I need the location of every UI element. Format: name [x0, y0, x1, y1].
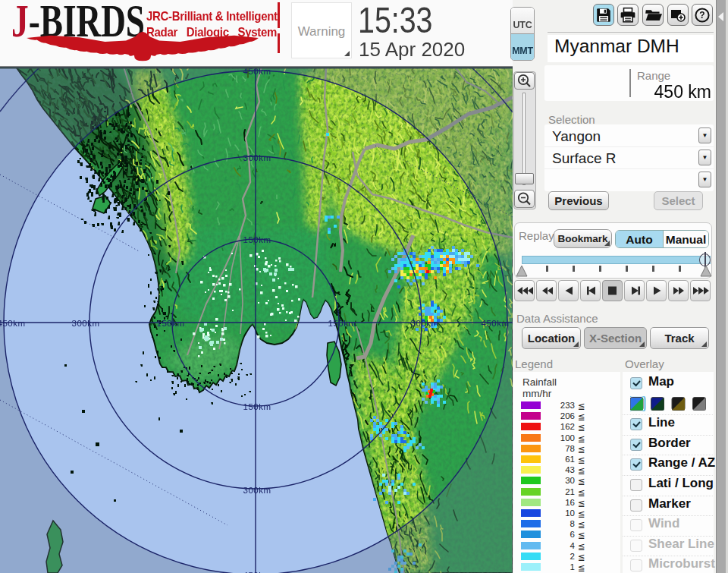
svg-text:300km: 300km — [71, 319, 99, 328]
svg-text:450km: 450km — [481, 319, 509, 328]
svg-text:300km: 300km — [243, 486, 271, 495]
svg-text:150km: 150km — [156, 319, 184, 328]
svg-text:?: ? — [699, 10, 704, 20]
svg-text:450km: 450km — [0, 319, 26, 328]
svg-text:150km: 150km — [328, 319, 356, 328]
svg-text:300km: 300km — [410, 319, 438, 328]
svg-text:150km: 150km — [243, 235, 271, 244]
svg-text:150km: 150km — [243, 402, 271, 411]
svg-text:300km: 300km — [243, 153, 271, 162]
